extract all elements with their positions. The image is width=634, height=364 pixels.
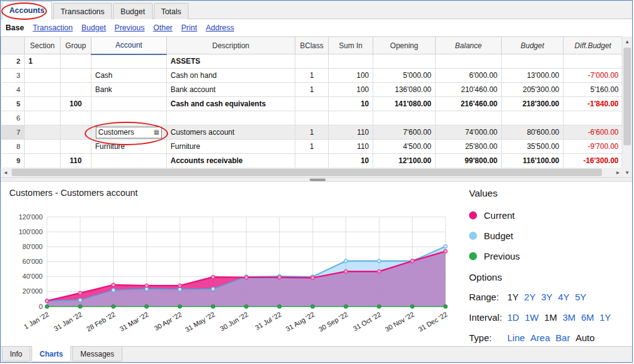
range-option-2y[interactable]: 2Y	[524, 292, 535, 302]
col-header-account[interactable]: Account	[91, 37, 167, 54]
scroll-up-icon[interactable]: ▲	[622, 36, 632, 46]
row-number[interactable]: 4	[1, 83, 25, 97]
cell-bclass[interactable]	[295, 54, 329, 69]
cell-sum-in[interactable]: 10	[329, 154, 373, 168]
cell-description[interactable]	[167, 111, 295, 125]
horizontal-scroll-track[interactable]	[11, 167, 613, 177]
panel-splitter[interactable]	[1, 177, 632, 182]
menu-link-print[interactable]: Print	[181, 23, 197, 32]
cell-balance[interactable]	[436, 111, 502, 125]
cell-group[interactable]	[61, 69, 91, 83]
cell-description[interactable]: Furniture	[167, 140, 295, 154]
corner-cell[interactable]	[1, 37, 25, 54]
cell-description[interactable]: Customers account	[167, 125, 295, 140]
cell-diff-budget[interactable]: -6'600.00	[564, 125, 623, 140]
cell-group[interactable]: 100	[61, 97, 91, 111]
cell-budget[interactable]: 13'000.00	[502, 69, 564, 83]
row-number[interactable]: 9	[1, 154, 25, 168]
cell-section[interactable]	[25, 154, 61, 168]
range-option-3y[interactable]: 3Y	[541, 292, 552, 302]
tab-charts[interactable]: Charts	[32, 346, 71, 362]
cell-bclass[interactable]: 1	[295, 140, 329, 154]
cell-account[interactable]	[91, 54, 167, 69]
cell-section[interactable]	[25, 83, 61, 97]
row-number[interactable]: 2	[1, 54, 25, 69]
col-header-sum-in[interactable]: Sum In	[329, 37, 373, 54]
cell-opening[interactable]: 7'600.00	[373, 125, 436, 140]
cell-account[interactable]	[91, 97, 167, 111]
menu-link-transaction[interactable]: Transaction	[33, 23, 73, 32]
scroll-down-icon[interactable]: ▼	[622, 167, 632, 177]
cell-budget[interactable]: 116'100.00	[502, 154, 564, 168]
menu-link-budget[interactable]: Budget	[82, 23, 106, 32]
cell-section[interactable]	[25, 111, 61, 125]
menu-link-previous[interactable]: Previous	[114, 23, 145, 32]
cell-bclass[interactable]	[295, 154, 329, 168]
col-header-description[interactable]: Description	[167, 37, 295, 54]
cell-account[interactable]: Cash	[91, 69, 167, 83]
range-option-5y[interactable]: 5Y	[575, 292, 586, 302]
interval-option-1y[interactable]: 1Y	[599, 312, 611, 323]
cell-balance[interactable]: 25'800.00	[436, 140, 502, 154]
tab-transactions[interactable]: Transactions	[53, 3, 112, 19]
cell-description[interactable]: Bank account	[167, 83, 295, 97]
tab-info[interactable]: Info	[2, 347, 30, 362]
cell-bclass[interactable]	[295, 97, 329, 111]
cell-description[interactable]: Cash and cash equivalents	[167, 97, 295, 111]
vertical-scroll-track[interactable]	[622, 46, 632, 167]
cell-section[interactable]	[25, 140, 61, 154]
cell-diff-budget[interactable]: 5'160.00	[564, 83, 623, 97]
vertical-scroll-thumb[interactable]	[623, 48, 631, 145]
tab-messages[interactable]: Messages	[72, 347, 122, 362]
cell-group[interactable]	[61, 125, 91, 140]
type-option-line[interactable]: Line	[507, 332, 525, 343]
row-number[interactable]: 8	[1, 140, 25, 154]
range-option-1y[interactable]: 1Y	[507, 292, 518, 302]
horizontal-scroll-thumb[interactable]	[12, 169, 602, 176]
tab-accounts[interactable]: Accounts	[2, 1, 52, 19]
type-option-bar[interactable]: Bar	[556, 332, 570, 343]
cell-description[interactable]: Cash on hand	[167, 69, 295, 83]
cell-section[interactable]: 1	[25, 54, 61, 69]
cell-account[interactable]	[91, 154, 167, 168]
splitter-handle[interactable]	[310, 179, 326, 181]
cell-diff-budget[interactable]: -16'300.00	[564, 154, 623, 168]
col-header-balance[interactable]: Balance	[436, 37, 502, 54]
cell-budget[interactable]: 205'300.00	[502, 83, 564, 97]
col-header-group[interactable]: Group	[61, 37, 91, 54]
cell-diff-budget[interactable]: -9'700.00	[564, 140, 623, 154]
col-header-budget[interactable]: Budget	[502, 37, 564, 54]
cell-group[interactable]	[61, 140, 91, 154]
scroll-left-icon[interactable]: ◄	[1, 167, 11, 177]
cell-budget[interactable]	[502, 54, 564, 69]
col-header-diff-budget[interactable]: Diff.Budget	[564, 37, 623, 54]
cell-bclass[interactable]: 1	[295, 83, 329, 97]
type-option-area[interactable]: Area	[530, 332, 550, 343]
interval-option-3m[interactable]: 3M	[563, 312, 576, 323]
vertical-scrollbar[interactable]: ▲ ▼	[622, 36, 632, 177]
cell-opening[interactable]	[373, 111, 436, 125]
cell-sum-in[interactable]: 110	[329, 140, 373, 154]
cell-opening[interactable]: 4'500.00	[373, 140, 436, 154]
interval-option-1w[interactable]: 1W	[525, 312, 539, 323]
cell-account[interactable]: Furniture	[91, 140, 167, 154]
cell-bclass[interactable]: 1	[295, 125, 329, 140]
cell-section[interactable]	[25, 125, 61, 140]
row-number[interactable]: 5	[1, 97, 25, 111]
tab-budget[interactable]: Budget	[113, 3, 153, 19]
cell-sum-in[interactable]	[329, 111, 373, 125]
cell-balance[interactable]: 216'460.00	[436, 97, 502, 111]
scroll-right-icon[interactable]: ►	[613, 167, 623, 177]
menu-link-other[interactable]: Other	[153, 23, 172, 32]
cell-edit-box[interactable]: Customers▦	[96, 127, 162, 138]
cell-group[interactable]: 110	[61, 154, 91, 168]
cell-opening[interactable]: 5'000.00	[373, 69, 436, 83]
cell-opening[interactable]: 141'080.00	[373, 97, 436, 111]
cell-sum-in[interactable]: 100	[329, 69, 373, 83]
interval-option-6m[interactable]: 6M	[581, 312, 594, 323]
view-selector-base[interactable]: Base	[6, 23, 24, 32]
cell-bclass[interactable]: 1	[295, 69, 329, 83]
cell-budget[interactable]: 80'600.00	[502, 125, 564, 140]
cell-extension-icon[interactable]: ▦	[154, 129, 159, 135]
cell-section[interactable]	[25, 69, 61, 83]
